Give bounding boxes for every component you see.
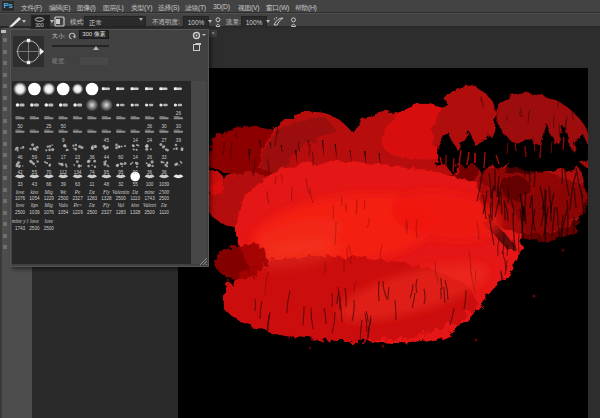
svg-text:112: 112 (60, 170, 68, 175)
svg-text:1328: 1328 (101, 196, 112, 201)
svg-text:2500: 2500 (15, 210, 26, 215)
svg-text:27: 27 (161, 138, 167, 143)
svg-text:44: 44 (104, 155, 110, 160)
svg-text:50: 50 (17, 124, 23, 129)
svg-text:love: love (44, 218, 53, 224)
svg-text:59: 59 (32, 155, 38, 160)
svg-text:1229: 1229 (44, 196, 55, 201)
svg-text:1076: 1076 (15, 196, 26, 201)
svg-text:70: 70 (46, 170, 52, 175)
svg-text:Dz: Dz (131, 189, 138, 195)
svg-text:Dz: Dz (88, 202, 95, 208)
svg-text:Fly: Fly (102, 202, 111, 208)
svg-text:95: 95 (118, 170, 124, 175)
svg-text:Pe~: Pe~ (72, 202, 81, 208)
svg-text:kiss: kiss (131, 202, 139, 208)
svg-text:Valent: Valent (143, 202, 157, 208)
svg-text:2500: 2500 (159, 189, 170, 195)
svg-text:45: 45 (104, 138, 110, 143)
svg-text:55: 55 (133, 182, 139, 187)
svg-text:48: 48 (104, 182, 110, 187)
svg-text:Dz: Dz (160, 202, 167, 208)
svg-text:1054: 1054 (58, 210, 69, 215)
svg-text:mine: mine (145, 189, 156, 195)
svg-text:30: 30 (176, 124, 182, 129)
svg-text:1229: 1229 (72, 210, 83, 215)
svg-text:We: We (60, 189, 67, 195)
svg-text:95: 95 (104, 170, 110, 175)
svg-text:lips: lips (31, 202, 39, 208)
svg-text:74: 74 (89, 170, 95, 175)
svg-text:1743: 1743 (15, 226, 26, 231)
svg-text:9: 9 (62, 138, 65, 143)
svg-text:42: 42 (17, 170, 23, 175)
svg-text:30: 30 (161, 124, 167, 129)
svg-text:1076: 1076 (44, 210, 55, 215)
svg-text:2500: 2500 (58, 196, 69, 201)
svg-text:love: love (16, 189, 25, 195)
svg-text:134: 134 (74, 170, 82, 175)
svg-text:1743: 1743 (144, 196, 155, 201)
svg-text:Fly: Fly (102, 189, 111, 195)
svg-text:Pe: Pe (74, 189, 81, 195)
svg-text:90: 90 (133, 170, 139, 175)
svg-text:1283: 1283 (87, 196, 98, 201)
svg-text:2327: 2327 (101, 210, 112, 215)
svg-text:36: 36 (89, 155, 95, 160)
svg-text:39: 39 (176, 138, 182, 143)
svg-text:25: 25 (46, 124, 52, 129)
svg-text:love: love (16, 202, 25, 208)
svg-text:14: 14 (133, 155, 139, 160)
svg-text:50: 50 (61, 124, 67, 129)
svg-text:Val: Val (117, 202, 124, 208)
svg-text:46: 46 (17, 155, 23, 160)
svg-text:14: 14 (133, 138, 139, 143)
svg-text:60: 60 (118, 155, 124, 160)
svg-text:33: 33 (17, 182, 23, 187)
svg-text:55: 55 (32, 170, 38, 175)
svg-text:1054: 1054 (29, 196, 40, 201)
svg-text:kiss: kiss (31, 189, 39, 195)
svg-text:mine y l: mine y l (12, 218, 29, 224)
svg-text:100: 100 (146, 182, 154, 187)
svg-text:1110: 1110 (130, 196, 140, 201)
svg-text:43: 43 (32, 182, 38, 187)
svg-text:36: 36 (147, 170, 153, 175)
svg-text:26: 26 (147, 155, 153, 160)
svg-text:36: 36 (147, 124, 153, 129)
svg-text:1039: 1039 (29, 210, 40, 215)
svg-text:love: love (30, 218, 39, 224)
svg-text:32: 32 (118, 182, 124, 187)
svg-text:66: 66 (46, 182, 52, 187)
svg-text:26: 26 (176, 111, 182, 116)
svg-text:Mig: Mig (44, 189, 54, 195)
svg-text:11: 11 (90, 182, 95, 187)
svg-text:2500: 2500 (116, 196, 127, 201)
svg-text:17: 17 (61, 155, 67, 160)
svg-text:39: 39 (61, 182, 67, 187)
svg-text:2500: 2500 (44, 226, 55, 231)
svg-text:2500: 2500 (87, 210, 98, 215)
svg-text:33: 33 (161, 155, 167, 160)
svg-text:63: 63 (75, 182, 81, 187)
svg-text:Valentin: Valentin (112, 189, 129, 195)
svg-text:24: 24 (147, 138, 153, 143)
svg-text:1110: 1110 (159, 210, 169, 215)
svg-text:1328: 1328 (130, 210, 141, 215)
svg-text:36: 36 (161, 170, 167, 175)
svg-text:Mig: Mig (44, 202, 54, 208)
svg-text:2500: 2500 (144, 210, 155, 215)
svg-text:2500: 2500 (159, 196, 170, 201)
svg-text:Valu: Valu (59, 202, 69, 208)
svg-text:2327: 2327 (72, 196, 83, 201)
svg-text:Dz: Dz (88, 189, 95, 195)
svg-text:23: 23 (75, 155, 81, 160)
svg-text:1039: 1039 (159, 182, 170, 187)
svg-text:1283: 1283 (116, 210, 127, 215)
svg-text:2500: 2500 (29, 226, 40, 231)
svg-text:11: 11 (46, 155, 51, 160)
